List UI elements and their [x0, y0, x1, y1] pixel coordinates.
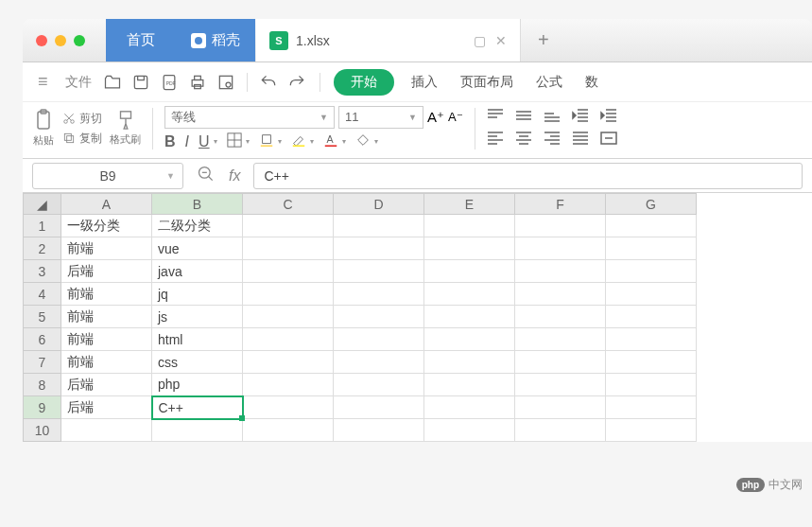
formula-bar[interactable]: C++ [253, 163, 803, 189]
row-header-4[interactable]: 4 [24, 283, 61, 306]
increase-font-button[interactable]: A⁺ [427, 109, 444, 126]
cell-B9[interactable]: C++ [152, 396, 243, 419]
cell-F2[interactable] [515, 237, 606, 260]
cell-G1[interactable] [606, 215, 697, 237]
indent-decrease-icon[interactable] [572, 109, 589, 126]
cell-G2[interactable] [606, 237, 697, 260]
hamburger-icon[interactable]: ≡ [32, 72, 54, 92]
cell-A5[interactable]: 前端 [61, 306, 152, 328]
row-header-6[interactable]: 6 [24, 328, 61, 351]
cell-D4[interactable] [334, 283, 424, 306]
align-middle-icon[interactable] [515, 109, 532, 126]
cell-F9[interactable] [515, 396, 606, 419]
tab-start[interactable]: 开始 [334, 69, 394, 96]
cell-C7[interactable] [243, 351, 334, 374]
decrease-font-button[interactable]: A⁻ [448, 110, 463, 124]
cell-B8[interactable]: php [152, 374, 243, 396]
row-header-2[interactable]: 2 [24, 237, 61, 260]
cell-F7[interactable] [515, 351, 606, 374]
cell-A2[interactable]: 前端 [61, 237, 152, 260]
italic-button[interactable]: I [185, 133, 189, 150]
row-header-3[interactable]: 3 [24, 260, 61, 283]
column-header-E[interactable]: E [424, 194, 515, 215]
tab-formula[interactable]: 公式 [530, 74, 568, 91]
file-menu[interactable]: 文件 [65, 74, 92, 91]
align-top-icon[interactable] [487, 109, 504, 126]
cell-E3[interactable] [424, 260, 515, 283]
undo-icon[interactable] [259, 73, 278, 92]
cell-C9[interactable] [243, 396, 334, 419]
cell-E4[interactable] [424, 283, 515, 306]
maximize-window-button[interactable] [74, 35, 85, 46]
pdf-icon[interactable]: PDF [160, 73, 179, 92]
save-icon[interactable] [131, 73, 150, 92]
cell-B4[interactable]: jq [152, 283, 243, 306]
column-header-D[interactable]: D [334, 194, 424, 215]
tab-home[interactable]: 首页 [106, 19, 176, 61]
tab-file-active[interactable]: S 1.xlsx ▢ ✕ [256, 19, 521, 61]
column-header-G[interactable]: G [606, 194, 697, 215]
cell-F6[interactable] [515, 328, 606, 351]
cell-E10[interactable] [424, 419, 515, 442]
cell-G8[interactable] [606, 374, 697, 396]
font-name-selector[interactable]: 等线▼ [164, 106, 335, 129]
cell-F3[interactable] [515, 260, 606, 283]
tab-detach-icon[interactable]: ▢ [474, 33, 486, 48]
print-icon[interactable] [188, 73, 207, 92]
select-all-corner[interactable]: ◢ [24, 194, 61, 215]
cell-F10[interactable] [515, 419, 606, 442]
cell-F5[interactable] [515, 306, 606, 328]
cell-A1[interactable]: 一级分类 [61, 215, 152, 237]
cell-D3[interactable] [334, 260, 424, 283]
cell-C8[interactable] [243, 374, 334, 396]
row-header-1[interactable]: 1 [24, 215, 61, 237]
cell-E6[interactable] [424, 328, 515, 351]
cell-B7[interactable]: css [152, 351, 243, 374]
cell-G3[interactable] [606, 260, 697, 283]
cell-A4[interactable]: 前端 [61, 283, 152, 306]
cell-B6[interactable]: html [152, 328, 243, 351]
justify-icon[interactable] [572, 132, 589, 149]
align-right-icon[interactable] [544, 132, 561, 149]
tab-insert[interactable]: 插入 [406, 74, 443, 91]
font-size-selector[interactable]: 11▼ [338, 106, 423, 129]
column-header-A[interactable]: A [61, 194, 152, 215]
align-bottom-icon[interactable] [544, 109, 561, 126]
tab-close-icon[interactable]: ✕ [495, 33, 507, 48]
font-color-button[interactable]: A [323, 132, 338, 151]
indent-increase-icon[interactable] [600, 109, 617, 126]
cell-A8[interactable]: 后端 [61, 374, 152, 396]
cell-E8[interactable] [424, 374, 515, 396]
cell-B10[interactable] [152, 419, 243, 442]
cell-E7[interactable] [424, 351, 515, 374]
row-header-8[interactable]: 8 [24, 374, 61, 396]
row-header-9[interactable]: 9 [24, 396, 61, 419]
cell-B5[interactable]: js [152, 306, 243, 328]
minimize-window-button[interactable] [55, 35, 66, 46]
cell-F1[interactable] [515, 215, 606, 237]
redo-icon[interactable] [287, 73, 306, 92]
row-header-7[interactable]: 7 [24, 351, 61, 374]
underline-button[interactable]: U [199, 133, 210, 150]
new-tab-button[interactable]: + [521, 19, 566, 61]
cell-A6[interactable]: 前端 [61, 328, 152, 351]
copy-button[interactable]: 复制 [62, 131, 102, 147]
cell-F8[interactable] [515, 374, 606, 396]
fill-color-button[interactable] [259, 132, 274, 151]
cell-C1[interactable] [243, 215, 334, 237]
cell-D7[interactable] [334, 351, 424, 374]
spreadsheet-grid[interactable]: ◢ABCDEFG1一级分类二级分类2前端vue3后端java4前端jq5前端js… [23, 193, 812, 442]
cell-G5[interactable] [606, 306, 697, 328]
cell-D10[interactable] [334, 419, 424, 442]
close-window-button[interactable] [36, 35, 47, 46]
cell-B1[interactable]: 二级分类 [152, 215, 243, 237]
cell-C5[interactable] [243, 306, 334, 328]
cell-G9[interactable] [606, 396, 697, 419]
cell-D5[interactable] [334, 306, 424, 328]
cell-A3[interactable]: 后端 [61, 260, 152, 283]
cell-D2[interactable] [334, 237, 424, 260]
clear-format-button[interactable] [355, 132, 371, 151]
cell-E9[interactable] [424, 396, 515, 419]
tab-data[interactable]: 数 [579, 74, 604, 91]
row-header-5[interactable]: 5 [24, 306, 61, 328]
